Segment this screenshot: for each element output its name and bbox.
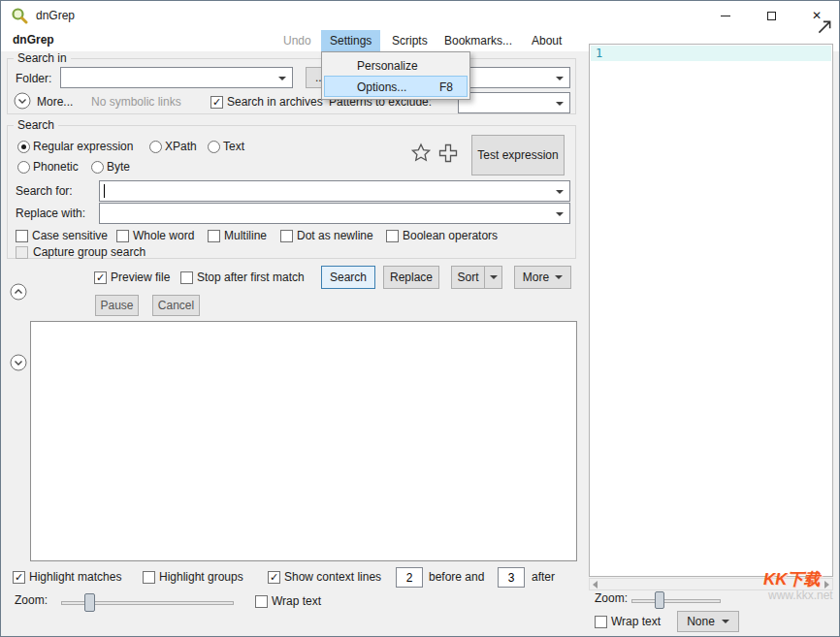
context-before-input[interactable] (396, 567, 423, 588)
favorites-star-icon[interactable] (409, 142, 433, 165)
menu-item-options[interactable]: Options... F8 (324, 76, 468, 97)
file-pattern-combobox[interactable] (458, 67, 570, 88)
stop-after-first-match-checkbox[interactable] (180, 271, 193, 284)
capture-group-search-checkbox (16, 246, 28, 259)
menu-item-about[interactable]: About (523, 30, 570, 51)
combo-arrow-icon (556, 102, 564, 106)
more-options-label[interactable]: More... (37, 95, 73, 109)
menu-item-options-label: Options... (357, 80, 406, 94)
results-wrap-text-checkbox[interactable] (255, 595, 268, 608)
radio-xpath-label: XPath (165, 140, 197, 153)
test-expression-button[interactable]: Test expression (471, 135, 565, 175)
results-area[interactable] (30, 321, 577, 561)
radio-xpath[interactable] (149, 141, 162, 153)
combo-arrow-icon (278, 77, 286, 80)
scroll-right-icon[interactable] (824, 581, 829, 589)
boolean-operators-label: Boolean operators (403, 229, 498, 242)
search-in-group-label: Search in (14, 51, 71, 65)
cancel-button: Cancel (152, 295, 200, 316)
preview-file-checkbox[interactable]: ✓ (94, 271, 107, 284)
preview-zoom-slider-track[interactable] (631, 599, 721, 603)
replace-button[interactable]: Replace (383, 266, 439, 289)
maximize-icon (767, 12, 776, 20)
radio-byte-label: Byte (107, 160, 130, 174)
menu-item-personalize[interactable]: Personalize (324, 54, 468, 76)
highlight-groups-checkbox[interactable] (143, 571, 155, 584)
highlight-groups-label: Highlight groups (159, 570, 243, 584)
preview-line-number: 1 (596, 47, 602, 60)
whole-word-checkbox[interactable] (116, 230, 129, 242)
syntax-selector-value: None (687, 615, 715, 628)
results-expander-icon[interactable] (10, 354, 27, 371)
results-zoom-slider-thumb[interactable] (84, 593, 95, 612)
collapse-options-expander-icon[interactable] (10, 283, 27, 301)
sort-button[interactable]: Sort (451, 266, 485, 289)
radio-regular-expression[interactable] (17, 141, 30, 153)
search-for-label: Search for: (16, 184, 73, 198)
more-dropdown-button[interactable]: More (514, 266, 571, 289)
context-after-input[interactable] (498, 567, 525, 588)
radio-text-label: Text (223, 140, 244, 153)
preview-highlighted-line (591, 46, 831, 61)
preview-wrap-text-label: Wrap text (611, 615, 661, 628)
results-wrap-text-label: Wrap text (272, 594, 321, 608)
sort-dropdown-button[interactable] (484, 266, 502, 289)
search-in-group: Search in Folder: ... More... No symboli… (7, 58, 576, 114)
maximize-button[interactable] (749, 1, 793, 30)
preview-file-label: Preview file (111, 271, 170, 284)
window-title: dnGrep (36, 9, 75, 22)
preview-zoom-slider-thumb[interactable] (655, 591, 664, 609)
boolean-operators-checkbox[interactable] (386, 230, 399, 242)
scroll-left-icon[interactable] (593, 581, 598, 589)
results-zoom-label: Zoom: (15, 593, 48, 607)
symlinks-note: No symbolic links (91, 95, 181, 109)
dot-as-newline-checkbox[interactable] (280, 230, 293, 242)
watermark-url: www.kkx.net (768, 589, 833, 602)
text-caret (104, 184, 105, 198)
radio-phonetic-label: Phonetic (33, 160, 79, 174)
show-context-lines-checkbox[interactable]: ✓ (268, 571, 280, 584)
search-in-archives-label: Search in archives (227, 95, 323, 109)
combo-arrow-icon (556, 212, 564, 216)
minimize-button[interactable] (703, 1, 748, 30)
dngrep-window: dnGrep ✕ dnGrep Undo Settings Scripts Bo… (0, 0, 840, 637)
menu-item-settings[interactable]: Settings (321, 30, 380, 51)
highlight-matches-label: Highlight matches (29, 570, 121, 584)
radio-text[interactable] (208, 141, 220, 153)
multiline-label: Multiline (224, 229, 267, 242)
more-options-expander-icon[interactable] (14, 92, 31, 110)
multiline-checkbox[interactable] (208, 230, 220, 242)
search-for-combobox[interactable] (99, 180, 570, 202)
case-sensitive-checkbox[interactable] (16, 230, 28, 242)
search-group: Search Regular expression XPath Text Pho… (7, 125, 576, 259)
before-and-label: before and (429, 570, 484, 584)
radio-phonetic[interactable] (17, 161, 30, 174)
search-in-archives-checkbox[interactable]: ✓ (210, 96, 223, 109)
preview-zoom-label: Zoom: (595, 591, 628, 605)
chevron-down-icon (490, 275, 498, 279)
patterns-exclude-combobox[interactable] (458, 92, 570, 113)
radio-regular-expression-label: Regular expression (33, 140, 133, 153)
watermark-logo: KK下载 (763, 568, 821, 590)
syntax-selector-dropdown[interactable]: None (677, 611, 739, 632)
menu-item-scripts[interactable]: Scripts (383, 30, 436, 51)
folder-label: Folder: (16, 72, 51, 85)
show-context-lines-label: Show context lines (284, 570, 381, 584)
chevron-down-icon (555, 275, 563, 279)
radio-byte[interactable] (91, 161, 104, 174)
settings-dropdown-menu: Personalize Options... F8 (321, 51, 470, 100)
search-group-label: Search (14, 118, 58, 132)
add-plus-icon[interactable] (436, 142, 460, 165)
case-sensitive-label: Case sensitive (32, 229, 108, 242)
preview-popout-icon[interactable] (816, 18, 833, 36)
search-button[interactable]: Search (321, 266, 375, 289)
capture-group-search-label: Capture group search (33, 245, 145, 259)
replace-with-combobox[interactable] (99, 203, 570, 224)
replace-with-label: Replace with: (16, 207, 85, 220)
highlight-matches-checkbox[interactable]: ✓ (13, 571, 25, 584)
folder-combobox[interactable] (60, 67, 293, 88)
menu-item-bookmarks[interactable]: Bookmarks... (436, 30, 521, 51)
menu-item-options-shortcut: F8 (439, 77, 453, 98)
preview-editor[interactable]: 1 (589, 44, 833, 577)
preview-wrap-text-checkbox[interactable] (595, 616, 607, 628)
